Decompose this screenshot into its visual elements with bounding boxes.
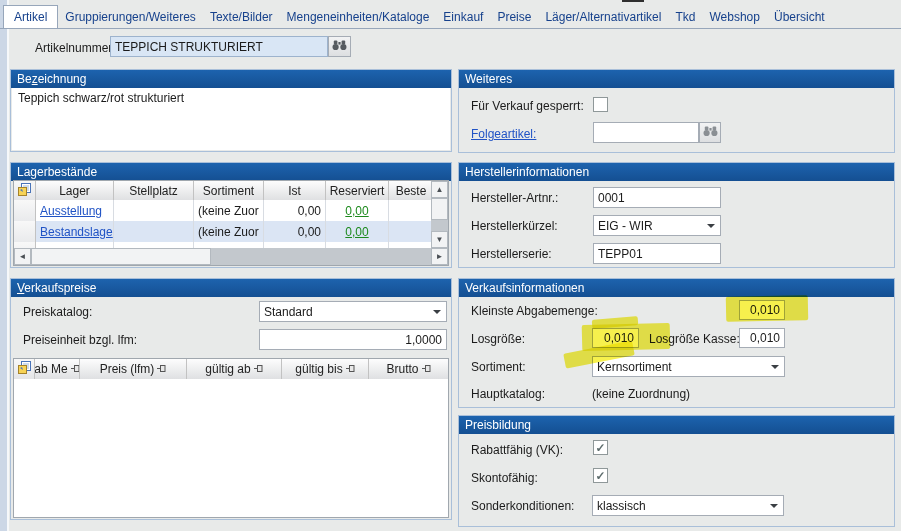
scroll-right-button[interactable]: ► xyxy=(431,248,448,265)
bezeichnung-header: Bezeichnung xyxy=(11,70,451,88)
folgeartikel-search-button[interactable] xyxy=(699,122,721,143)
lager-link[interactable]: Ausstellung xyxy=(40,204,102,218)
column-header-gueltig-ab[interactable]: gültig ab xyxy=(187,359,282,379)
chevron-down-icon xyxy=(771,365,779,373)
lager-cell: Bestandslage xyxy=(36,221,114,242)
column-header-ist[interactable]: Ist xyxy=(264,181,326,200)
weiteres-header: Weiteres xyxy=(459,70,894,88)
artikelnummer-search-button[interactable] xyxy=(328,36,351,57)
stellplatz-cell xyxy=(114,200,194,221)
row-selector[interactable] xyxy=(14,200,36,221)
verkaufspreise-grid-header: ab Me Preis (lfm) gültig ab gültig bis B… xyxy=(14,359,448,380)
tab-preise[interactable]: Preise xyxy=(490,5,538,28)
column-header-lager[interactable]: Lager xyxy=(36,181,114,200)
fuer-verkauf-gesperrt-label: Für Verkauf gesperrt: xyxy=(471,99,584,113)
reserviert-link[interactable]: 0,00 xyxy=(345,225,368,239)
grid-config-icon xyxy=(18,361,31,377)
losgroesse-kasse-input[interactable]: 0,010 xyxy=(739,328,785,348)
column-header-bestellt[interactable]: Beste xyxy=(389,181,433,200)
bezeichnung-textarea[interactable]: Teppich schwarz/rot strukturiert xyxy=(12,88,450,150)
column-header-gueltig-bis[interactable]: gültig bis xyxy=(282,359,369,379)
left-edge-line xyxy=(7,0,9,531)
scroll-down-button[interactable]: ▼ xyxy=(431,231,448,248)
bezeichnung-group: Bezeichnung Teppich schwarz/rot struktur… xyxy=(10,69,452,152)
horizontal-scrollbar[interactable]: ◄ ► xyxy=(14,248,448,265)
tab-laeger-alternativartikel[interactable]: Läger/Alternativartikel xyxy=(538,5,668,28)
sortiment-value: Kernsortiment xyxy=(597,360,672,374)
fuer-verkauf-gesperrt-checkbox[interactable] xyxy=(593,97,608,112)
hersteller-artnr-input[interactable]: 0001 xyxy=(593,187,721,208)
lagerbestaende-rows: Ausstellung (keine Zuor 0,00 0,00 Bestan… xyxy=(14,200,433,250)
losgroesse-input[interactable]: 0,010 xyxy=(592,328,639,348)
preisbildung-header: Preisbildung xyxy=(459,416,894,434)
verkaufspreise-grid-body[interactable] xyxy=(14,379,448,517)
tab-uebersicht[interactable]: Übersicht xyxy=(767,5,832,28)
tab-webshop[interactable]: Webshop xyxy=(702,5,766,28)
lagerbestaende-header: Lagerbestände xyxy=(11,163,451,181)
verkaufspreise-grid[interactable]: ab Me Preis (lfm) gültig ab gültig bis B… xyxy=(13,358,449,518)
tab-tkd[interactable]: Tkd xyxy=(668,5,702,28)
vertical-scroll-thumb[interactable] xyxy=(431,198,448,220)
chevron-down-icon xyxy=(770,504,778,512)
lager-link[interactable]: Bestandslage xyxy=(40,225,113,239)
sonderkonditionen-label: Sonderkonditionen: xyxy=(471,499,574,513)
hersteller-header: Herstellerinformationen xyxy=(459,163,894,181)
herstellerserie-label: Herstellerserie: xyxy=(471,247,552,261)
column-header-brutto[interactable]: Brutto xyxy=(369,359,448,379)
tab-gruppierungen-weiteres[interactable]: Gruppierungen/Weiteres xyxy=(58,5,203,28)
pin-icon xyxy=(346,362,355,376)
skontofaehig-checkbox[interactable] xyxy=(593,468,608,483)
sortiment-cell: (keine Zuor xyxy=(194,200,264,221)
lagerbestaende-grid-header: Lager Stellplatz Sortiment Ist Reservier… xyxy=(14,181,433,201)
article-window: Artikel Gruppierungen/Weiteres Texte/Bil… xyxy=(0,0,901,531)
tab-artikel[interactable]: Artikel xyxy=(3,5,58,28)
column-header-brutto-label: Brutto xyxy=(386,362,418,376)
column-header-reserviert[interactable]: Reserviert xyxy=(326,181,389,200)
sonderkonditionen-select[interactable]: klassisch xyxy=(592,495,784,516)
tab-einkauf[interactable]: Einkauf xyxy=(436,5,490,28)
hersteller-group: Herstellerinformationen Hersteller-Artnr… xyxy=(458,162,895,268)
scroll-up-button[interactable]: ▲ xyxy=(431,181,448,198)
column-header-sortiment[interactable]: Sortiment xyxy=(194,181,264,200)
grid-config-cell[interactable] xyxy=(14,359,35,379)
vertical-scrollbar[interactable]: ▲ ▼ xyxy=(431,181,448,248)
sortiment-label: Sortiment: xyxy=(471,360,526,374)
bestellt-cell xyxy=(389,221,433,242)
stellplatz-cell xyxy=(114,221,194,242)
bezeichnung-text: Teppich schwarz/rot strukturiert xyxy=(18,91,184,105)
tab-texte-bilder[interactable]: Texte/Bilder xyxy=(203,5,280,28)
column-header-preis-lfm[interactable]: Preis (lfm) xyxy=(80,359,187,379)
herstellerkuerzel-select[interactable]: EIG - WIR xyxy=(593,215,721,236)
table-row[interactable]: Ausstellung (keine Zuor 0,00 0,00 xyxy=(14,200,433,221)
horizontal-scroll-track[interactable] xyxy=(211,248,431,265)
reserviert-link[interactable]: 0,00 xyxy=(345,204,368,218)
row-selector[interactable] xyxy=(14,221,36,242)
column-header-stellplatz[interactable]: Stellplatz xyxy=(114,181,194,200)
column-header-sortiment-label: Sortiment xyxy=(203,184,254,198)
folgeartikel-input[interactable] xyxy=(593,122,699,143)
lagerbestaende-grid: Lager Stellplatz Sortiment Ist Reservier… xyxy=(13,180,449,266)
preiskatalog-select[interactable]: Standard xyxy=(259,301,447,322)
verkaufsinfo-header: Verkaufsinformationen xyxy=(459,279,894,297)
kleinste-abgabemenge-input[interactable]: 0,010 xyxy=(739,300,785,320)
folgeartikel-link[interactable]: Folgeartikel: xyxy=(471,127,536,141)
horizontal-scroll-thumb[interactable] xyxy=(31,248,211,265)
artikelnummer-input[interactable]: TEPPICH STRUKTURIERT xyxy=(110,36,328,57)
tabstrip-divider xyxy=(0,28,901,29)
artikelnummer-label: Artikelnummer: xyxy=(35,41,116,55)
tab-mengeneinheiten-kataloge[interactable]: Mengeneinheiten/Kataloge xyxy=(280,5,437,28)
herstellerserie-input[interactable]: TEPP01 xyxy=(593,243,721,264)
preiseinheit-input[interactable]: 1,0000 xyxy=(259,329,447,350)
scroll-left-button[interactable]: ◄ xyxy=(14,248,31,265)
column-header-ab-menge[interactable]: ab Me xyxy=(35,359,80,379)
rabattfaehig-checkbox[interactable] xyxy=(593,440,608,455)
top-crop-artifact xyxy=(622,0,644,2)
ist-cell: 0,00 xyxy=(264,221,326,242)
sortiment-select[interactable]: Kernsortiment xyxy=(592,356,785,377)
table-row[interactable]: Bestandslage (keine Zuor 0,00 0,00 xyxy=(14,221,433,242)
grid-config-cell[interactable] xyxy=(14,181,36,200)
column-header-ab-menge-label: ab Me xyxy=(35,362,68,376)
vertical-scroll-track[interactable] xyxy=(431,220,448,231)
weiteres-group: Weiteres Für Verkauf gesperrt: Folgearti… xyxy=(458,69,895,153)
column-header-stellplatz-label: Stellplatz xyxy=(129,184,178,198)
